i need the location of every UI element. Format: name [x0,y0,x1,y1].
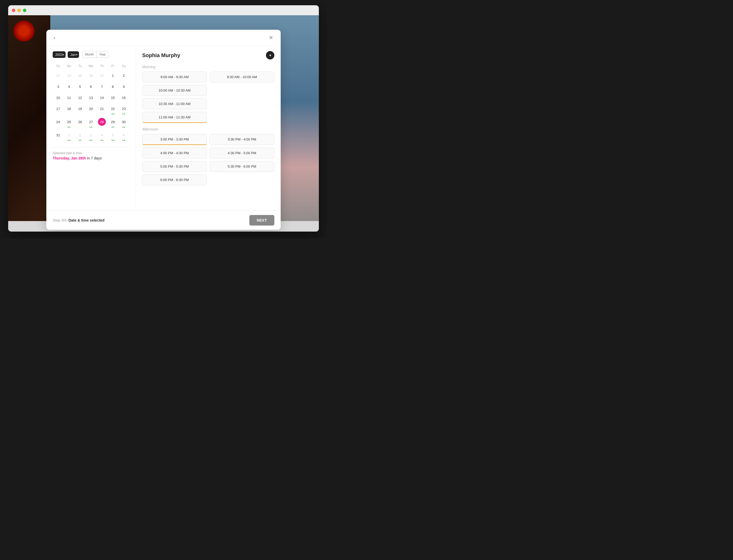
fullscreen-traffic-light[interactable] [23,9,26,12]
modal-body: 2021 Jan Feb Mar Month Year [46,46,281,211]
calendar-day[interactable]: 9 [118,81,129,92]
provider-dropdown-button[interactable]: ▾ [266,51,274,59]
modal-footer: Step 3/4: Date & time selected NEXT [46,211,281,230]
calendar-day[interactable]: 27 [53,70,64,81]
calendar-day[interactable]: 31 [96,70,107,81]
calendar-day[interactable]: 12 [74,92,86,103]
calendar-day[interactable]: 30 [118,116,129,129]
month-select[interactable]: Jan Feb Mar [68,51,79,58]
time-slot-selected[interactable]: 3:00 PM - 3:30 PM [142,134,207,145]
close-button[interactable]: ✕ [267,33,275,42]
calendar-day[interactable]: 27 [86,116,97,129]
calendar-day[interactable]: 29 [74,70,86,81]
calendar-day[interactable]: 23 [118,103,129,116]
calendar-day[interactable]: 18 [64,103,75,116]
calendar-day[interactable]: 13 [86,92,97,103]
step-detail: Date & time selected [68,218,104,222]
weekday-mo: Mo [64,63,75,69]
morning-section-label: Morning [142,65,274,69]
booking-modal: ‹ ✕ 2021 Jan [46,30,281,230]
morning-slots-grid: 9:00 AM - 9:30 AM 9:30 AM - 10:00 AM 10:… [142,72,274,123]
calendar-day[interactable]: 15 [107,92,118,103]
year-select[interactable]: 2021 [53,51,66,58]
calendar-day[interactable]: 8 [107,81,118,92]
calendar-day[interactable]: 28 [96,116,107,129]
calendar-day[interactable]: 26 [74,116,86,129]
calendar-controls: 2021 Jan Feb Mar Month Year [53,51,129,58]
afternoon-section-label: Afternoon [142,127,274,131]
calendar-day[interactable]: 31 [53,129,64,143]
year-view-button[interactable]: Year [97,51,108,58]
calendar-day[interactable]: 21 [96,103,107,116]
calendar-day[interactable]: 20 [86,103,97,116]
calendar-day[interactable]: 16 [118,92,129,103]
calendar-day[interactable]: 4 [64,81,75,92]
weekday-fr: Fr [107,63,118,69]
time-slot[interactable]: 4:30 PM - 5:00 PM [209,148,274,158]
calendar-day[interactable]: 6 [118,129,129,143]
weekday-sa: Sa [118,63,129,69]
time-slot[interactable]: 10:00 AM - 10:30 AM [142,85,207,96]
calendar-day[interactable]: 3 [86,129,97,143]
step-info: Step 3/4: Date & time selected [53,218,104,222]
calendar-days: 2728293031123456789101112131415161718192… [53,70,129,143]
app-window: ‹ ✕ 2021 Jan [8,5,319,232]
calendar-day[interactable]: 1 [64,129,75,143]
calendar-grid: Su Mo Tu We Th Fr Sa 2728293031123456789… [53,63,129,143]
month-view-button[interactable]: Month [82,51,97,58]
back-button[interactable]: ‹ [52,34,57,42]
time-slot[interactable]: 5:00 PM - 5:30 PM [142,161,207,172]
time-slot[interactable]: 10:30 AM - 11:00 AM [142,98,207,109]
selected-date-text: Thursday, Jan 28th in 7 days [53,156,129,160]
calendar-day[interactable]: 29 [107,116,118,129]
calendar-weekdays: Su Mo Tu We Th Fr Sa [53,63,129,69]
calendar-day[interactable]: 6 [86,81,97,92]
calendar-day[interactable]: 5 [74,81,86,92]
close-traffic-light[interactable] [12,9,15,12]
title-bar [8,5,319,15]
calendar-day[interactable]: 7 [96,81,107,92]
calendar-day[interactable]: 3 [53,81,64,92]
time-panel: Sophia Murphy ▾ Morning 9:00 AM - 9:30 A… [136,46,281,211]
calendar-day[interactable]: 5 [107,129,118,143]
weekday-we: We [86,63,97,69]
step-prefix: Step 3/4: [53,218,68,222]
modal-top-bar: ‹ ✕ [46,30,281,46]
calendar-day[interactable]: 17 [53,103,64,116]
time-slot[interactable]: 9:30 AM - 10:00 AM [209,72,274,82]
calendar-day[interactable]: 25 [64,116,75,129]
calendar-day[interactable]: 14 [96,92,107,103]
calendar-day[interactable]: 30 [86,70,97,81]
time-slot[interactable]: 5:30 PM - 6:00 PM [209,161,274,172]
time-slot-selected[interactable]: 11:00 AM - 11:30 AM [142,112,207,123]
calendar-day[interactable]: 2 [118,70,129,81]
selected-date-info: Selected date & time Thursday, Jan 28th … [53,147,129,160]
weekday-su: Su [53,63,64,69]
calendar-day[interactable]: 24 [53,116,64,129]
calendar-day[interactable]: 4 [96,129,107,143]
calendar-day[interactable]: 19 [74,103,86,116]
month-select-wrapper[interactable]: Jan Feb Mar [68,51,79,58]
time-slot[interactable]: 4:00 PM - 4:30 PM [142,148,207,158]
time-slot[interactable]: 6:00 PM - 6:30 PM [142,174,207,185]
minimize-traffic-light[interactable] [17,9,21,12]
year-select-wrapper[interactable]: 2021 [53,51,66,58]
calendar-day[interactable]: 22 [107,103,118,116]
calendar-panel: 2021 Jan Feb Mar Month Year [46,46,136,211]
provider-header: Sophia Murphy ▾ [142,51,274,59]
selected-date-label: Selected date & time [53,151,129,155]
provider-name: Sophia Murphy [142,52,180,58]
time-slot[interactable]: 9:00 AM - 9:30 AM [142,72,207,82]
time-slot[interactable]: 3:30 PM - 4:00 PM [209,134,274,145]
calendar-day[interactable]: 11 [64,92,75,103]
next-button[interactable]: NEXT [249,215,274,226]
calendar-day[interactable]: 1 [107,70,118,81]
calendar-day[interactable]: 2 [74,129,86,143]
days-away-text: in 7 days [86,156,102,160]
modal-overlay: ‹ ✕ 2021 Jan [8,15,319,232]
weekday-tu: Tu [74,63,86,69]
calendar-day[interactable]: 10 [53,92,64,103]
selected-date-highlight: Thursday, Jan 28th [53,156,86,160]
calendar-day[interactable]: 28 [64,70,75,81]
afternoon-slots-grid: 3:00 PM - 3:30 PM 3:30 PM - 4:00 PM 4:00… [142,134,274,185]
